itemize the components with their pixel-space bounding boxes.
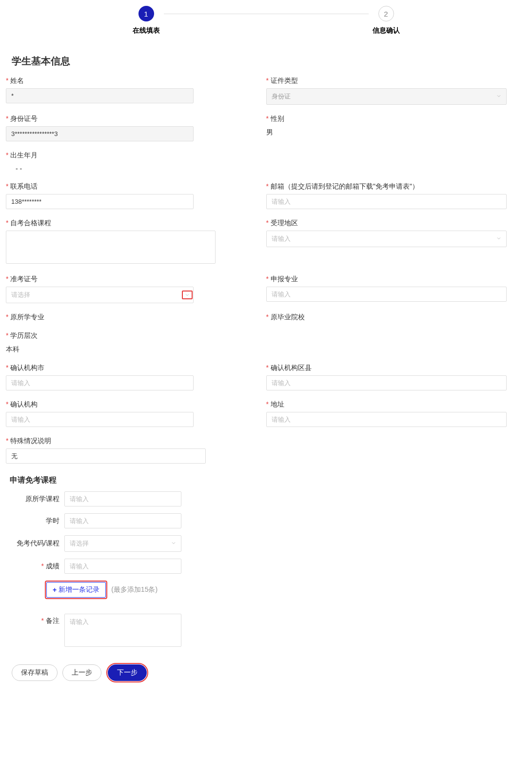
label-confirm-county: *确认机构区县 xyxy=(266,364,507,372)
input-id-number[interactable] xyxy=(6,126,194,141)
field-confirm-city: *确认机构市 xyxy=(6,364,247,390)
save-draft-button[interactable]: 保存草稿 xyxy=(12,664,58,681)
field-name: *姓名 xyxy=(6,77,247,103)
input-score[interactable] xyxy=(64,559,181,574)
label-birth: *出生年月 xyxy=(6,151,247,160)
exempt-code-placeholder: 请选择 xyxy=(70,540,89,547)
input-address[interactable] xyxy=(266,412,507,427)
exam-id-chevron-highlight xyxy=(181,287,193,303)
field-email: *邮箱（提交后请到登记的邮箱下载"免考申请表"） xyxy=(266,182,507,209)
input-confirm-org[interactable] xyxy=(6,412,194,427)
exam-id-placeholder: 请选择 xyxy=(11,291,30,298)
remark-form: *备注 xyxy=(6,614,181,648)
form-area: 学生基本信息 *姓名 *证件类型 身份证 *身份证号 xyxy=(4,55,528,682)
field-orig-school: *原毕业院校 xyxy=(266,313,507,322)
label-confirm-org: *确认机构 xyxy=(6,400,247,409)
label-email: *邮箱（提交后请到登记的邮箱下载"免考申请表"） xyxy=(266,182,507,191)
input-phone[interactable] xyxy=(6,194,194,209)
field-orig-major: *原所学专业 xyxy=(6,313,247,322)
step-2-label: 信息确认 xyxy=(373,26,400,35)
input-confirm-city[interactable] xyxy=(6,375,194,390)
select-exempt-code[interactable]: 请选择 xyxy=(64,535,181,552)
section-basic-title: 学生基本信息 xyxy=(12,55,526,68)
region-placeholder: 请输入 xyxy=(272,235,291,242)
field-special-note: *特殊情况说明 xyxy=(6,437,247,464)
field-address: *地址 xyxy=(266,400,507,427)
label-address: *地址 xyxy=(266,400,507,409)
step-1-circle: 1 xyxy=(138,6,154,21)
add-record-hint: (最多添加15条) xyxy=(111,585,158,594)
label-name: *姓名 xyxy=(6,77,247,85)
step-line xyxy=(164,14,369,14)
next-button-highlight: 下一步 xyxy=(106,663,148,682)
label-remark: *备注 xyxy=(6,614,64,625)
prev-button[interactable]: 上一步 xyxy=(62,664,101,681)
label-phone: *联系电话 xyxy=(6,182,247,191)
label-orig-school: *原毕业院校 xyxy=(266,313,507,322)
next-button[interactable]: 下一步 xyxy=(108,664,147,681)
input-special-note[interactable] xyxy=(6,448,206,464)
label-self-course: *自考合格课程 xyxy=(6,219,247,228)
add-record-highlight: + 新增一条记录 xyxy=(45,581,107,599)
input-email[interactable] xyxy=(266,194,507,209)
label-orig-major: *原所学专业 xyxy=(6,313,247,322)
label-confirm-city: *确认机构市 xyxy=(6,364,247,372)
field-self-course: *自考合格课程 xyxy=(6,219,247,265)
label-exam-id: *准考证号 xyxy=(6,275,247,284)
field-birth: *出生年月 - - xyxy=(6,151,247,173)
step-2: 2 信息确认 xyxy=(373,6,400,35)
section-exempt-title: 申请免考课程 xyxy=(10,475,526,486)
field-region: *受理地区 请输入 xyxy=(266,219,507,247)
textarea-self-course[interactable] xyxy=(6,231,216,264)
add-record-row: + 新增一条记录 (最多添加15条) xyxy=(45,581,526,599)
label-cert-type: *证件类型 xyxy=(266,77,507,85)
input-orig-course[interactable] xyxy=(64,491,181,506)
select-cert-type[interactable]: 身份证 xyxy=(266,88,507,105)
label-hours: 学时 xyxy=(6,517,64,525)
plus-icon: + xyxy=(53,586,57,594)
label-score: *成绩 xyxy=(6,562,64,571)
birth-value: - - xyxy=(6,163,247,173)
cert-type-value: 身份证 xyxy=(272,93,291,100)
gender-value: 男 xyxy=(266,126,507,137)
add-record-label: 新增一条记录 xyxy=(59,585,99,594)
step-2-circle: 2 xyxy=(378,6,394,21)
steps-indicator: 1 在线填表 2 信息确认 xyxy=(4,6,528,35)
select-region[interactable]: 请输入 xyxy=(266,231,507,247)
field-edu-level: *学历层次 本科 xyxy=(6,331,247,354)
exempt-form: 原所学课程 学时 免考代码/课程 请选择 *成绩 xyxy=(6,491,181,574)
input-confirm-county[interactable] xyxy=(266,375,507,390)
field-id-number: *身份证号 xyxy=(6,115,247,141)
field-declare-major: *申报专业 xyxy=(266,275,507,302)
label-exempt-code: 免考代码/课程 xyxy=(6,539,64,548)
field-confirm-county: *确认机构区县 xyxy=(266,364,507,390)
step-1-label: 在线填表 xyxy=(133,26,160,35)
select-exam-id[interactable]: 请选择 xyxy=(6,287,194,303)
input-declare-major[interactable] xyxy=(266,287,507,302)
add-record-button[interactable]: + 新增一条记录 xyxy=(46,582,106,598)
textarea-remark[interactable] xyxy=(64,614,181,647)
field-exam-id: *准考证号 请选择 xyxy=(6,275,247,303)
step-1: 1 在线填表 xyxy=(133,6,160,35)
label-id-number: *身份证号 xyxy=(6,115,247,123)
label-region: *受理地区 xyxy=(266,219,507,228)
field-gender: *性别 男 xyxy=(266,115,507,137)
label-gender: *性别 xyxy=(266,115,507,123)
field-phone: *联系电话 xyxy=(6,182,247,209)
label-declare-major: *申报专业 xyxy=(266,275,507,284)
chevron-down-icon xyxy=(184,292,190,298)
input-hours[interactable] xyxy=(64,513,181,528)
field-cert-type: *证件类型 身份证 xyxy=(266,77,507,105)
input-name[interactable] xyxy=(6,88,194,103)
edu-level-value: 本科 xyxy=(6,343,247,354)
form-actions: 保存草稿 上一步 下一步 xyxy=(12,663,526,682)
label-orig-course: 原所学课程 xyxy=(6,495,64,504)
field-confirm-org: *确认机构 xyxy=(6,400,247,427)
label-edu-level: *学历层次 xyxy=(6,331,247,340)
label-special-note: *特殊情况说明 xyxy=(6,437,247,446)
